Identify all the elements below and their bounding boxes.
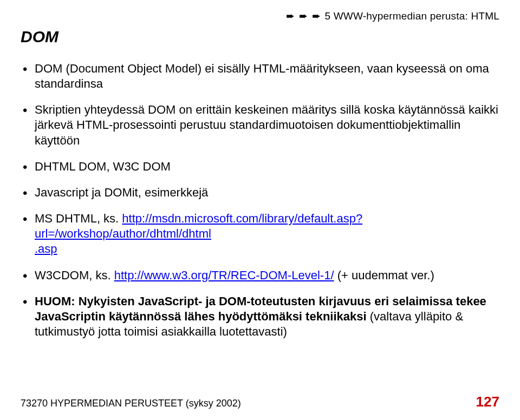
bullet-text: Javascript ja DOMit, esimerkkejä — [35, 186, 208, 199]
page-title: DOM — [21, 28, 499, 46]
w3c-link[interactable]: http://www.w3.org/TR/REC-DOM-Level-1/ — [114, 268, 334, 282]
bullet-text-tail: (+ uudemmat ver.) — [334, 268, 434, 282]
bullet-text: W3CDOM, ks. — [35, 268, 114, 282]
list-item: DOM (Document Object Model) ei sisälly H… — [23, 61, 499, 91]
list-item: DHTML DOM, W3C DOM — [23, 159, 499, 174]
list-item: W3CDOM, ks. http://www.w3.org/TR/REC-DOM… — [23, 268, 499, 283]
bullet-text: DOM (Document Object Model) ei sisälly H… — [35, 62, 489, 90]
arrow-icon: ➨ — [286, 10, 295, 22]
list-item: Javascript ja DOMit, esimerkkejä — [23, 185, 499, 200]
page-number: 127 — [476, 393, 499, 410]
bullet-text: Skriptien yhteydessä DOM on erittäin kes… — [35, 103, 498, 147]
list-item: MS DHTML, ks. http://msdn.microsoft.com/… — [23, 211, 499, 257]
bullet-text: MS DHTML, ks. — [35, 212, 122, 225]
bullet-text: DHTML DOM, W3C DOM — [35, 160, 171, 173]
arrow-icon: ➨ — [312, 10, 321, 22]
bullet-list: DOM (Document Object Model) ei sisälly H… — [21, 61, 499, 339]
breadcrumb-text: 5 WWW-hypermedian perusta: HTML — [324, 10, 499, 22]
footer-course: 73270 HYPERMEDIAN PERUSTEET (syksy 2002) — [21, 398, 241, 409]
footer: 73270 HYPERMEDIAN PERUSTEET (syksy 2002)… — [21, 393, 499, 410]
breadcrumb: ➨ ➨ ➨ 5 WWW-hypermedian perusta: HTML — [21, 10, 499, 22]
msdn-link-ext[interactable]: .asp — [35, 242, 57, 255]
list-item: HUOM: Nykyisten JavaScript- ja DOM-toteu… — [23, 294, 499, 339]
list-item: Skriptien yhteydessä DOM on erittäin kes… — [23, 102, 499, 148]
arrow-icon: ➨ — [299, 10, 308, 22]
